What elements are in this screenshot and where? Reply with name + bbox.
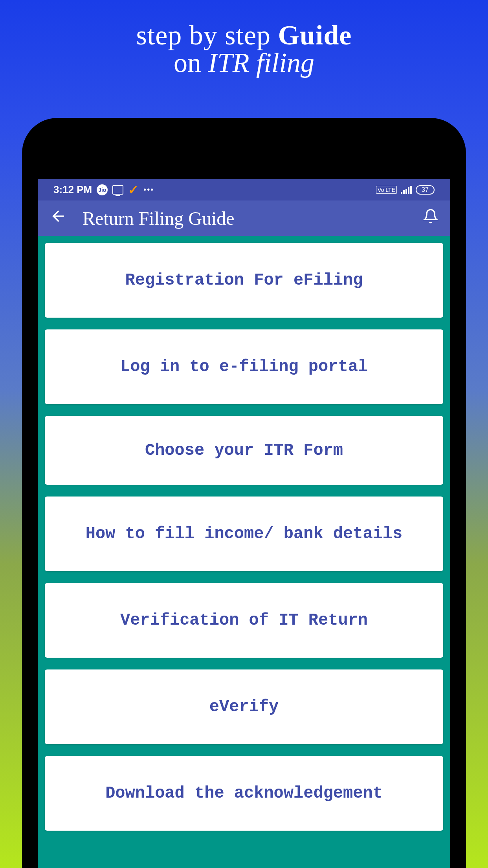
volte-icon: Vo LTE xyxy=(376,186,397,194)
signal-icon xyxy=(401,186,412,194)
status-bar-left: 3:12 PM Jio ✓ ••• xyxy=(53,182,154,197)
guide-list: Registration For eFiling Log in to e-fil… xyxy=(38,236,450,838)
more-dots-icon: ••• xyxy=(143,185,154,194)
promo-line2: on ITR filing xyxy=(0,47,488,79)
promo-line2-italic: ITR filing xyxy=(208,48,314,78)
list-item-choose-form[interactable]: Choose your ITR Form xyxy=(45,416,443,485)
phone-screen: 3:12 PM Jio ✓ ••• Vo LTE 37 xyxy=(38,179,450,868)
status-time: 3:12 PM xyxy=(53,184,92,196)
status-bar-right: Vo LTE 37 xyxy=(376,185,435,195)
list-item-label: Verification of IT Return xyxy=(120,611,368,630)
list-item-label: Registration For eFiling xyxy=(125,271,363,290)
cast-icon xyxy=(112,185,123,195)
list-item-everify[interactable]: eVerify xyxy=(45,669,443,744)
list-item-label: eVerify xyxy=(209,697,279,716)
list-item-login[interactable]: Log in to e-filing portal xyxy=(45,329,443,404)
phone-frame: 3:12 PM Jio ✓ ••• Vo LTE 37 xyxy=(22,118,466,868)
page-title: Return Filing Guide xyxy=(83,208,423,229)
list-item-verification[interactable]: Verification of IT Return xyxy=(45,583,443,658)
jio-icon: Jio xyxy=(97,184,108,195)
list-item-label: Download the acknowledgement xyxy=(105,784,383,803)
list-item-registration[interactable]: Registration For eFiling xyxy=(45,243,443,318)
promo-line1: step by step Guide xyxy=(0,20,488,51)
promo-line1-bold: Guide xyxy=(278,20,352,50)
list-item-label: How to fill income/ bank details xyxy=(86,524,403,543)
list-item-label: Choose your ITR Form xyxy=(145,441,343,460)
back-arrow-icon[interactable] xyxy=(50,208,67,229)
list-item-download[interactable]: Download the acknowledgement xyxy=(45,756,443,831)
app-bar: Return Filing Guide xyxy=(38,200,450,236)
list-item-fill-details[interactable]: How to fill income/ bank details xyxy=(45,497,443,571)
battery-icon: 37 xyxy=(416,185,435,195)
list-item-label: Log in to e-filing portal xyxy=(120,357,368,376)
notification-bell-icon[interactable] xyxy=(423,208,438,228)
promo-line1-normal: step by step xyxy=(136,20,278,50)
promo-header: step by step Guide on ITR filing xyxy=(0,0,488,79)
status-bar: 3:12 PM Jio ✓ ••• Vo LTE 37 xyxy=(38,179,450,200)
checkmark-icon: ✓ xyxy=(128,182,139,197)
promo-line2-normal: on xyxy=(174,48,208,78)
